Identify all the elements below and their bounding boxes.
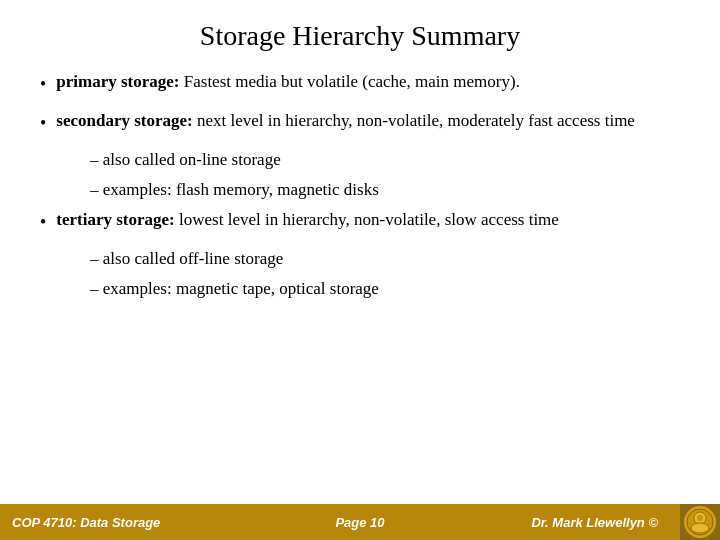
- bullet-list: • primary storage: Fastest media but vol…: [40, 70, 680, 494]
- footer-right: Dr. Mark Llewellyn ©: [531, 515, 658, 530]
- term-primary: primary storage:: [56, 72, 179, 91]
- slide-container: Storage Hierarchy Summary • primary stor…: [0, 0, 720, 540]
- bullet-item-primary: • primary storage: Fastest media but vol…: [40, 70, 680, 97]
- footer-center: Page 10: [335, 515, 384, 530]
- svg-point-2: [697, 515, 703, 521]
- footer-left: COP 4710: Data Storage: [12, 515, 160, 530]
- footer-logo: [680, 504, 720, 540]
- bullet-text-primary: primary storage: Fastest media but volat…: [56, 70, 680, 95]
- logo-icon: [684, 506, 716, 538]
- bullet-dot-primary: •: [40, 71, 46, 97]
- term-tertiary: tertiary storage:: [56, 210, 174, 229]
- slide-content: Storage Hierarchy Summary • primary stor…: [0, 0, 720, 504]
- secondary-subitem-2: – examples: flash memory, magnetic disks: [90, 178, 680, 202]
- tertiary-subitem-1: – also called off-line storage: [90, 247, 680, 271]
- tertiary-subitem-2: – examples: magnetic tape, optical stora…: [90, 277, 680, 301]
- bullet-dot-secondary: •: [40, 110, 46, 136]
- secondary-subitem-1: – also called on-line storage: [90, 148, 680, 172]
- text-secondary: next level in hierarchy, non-volatile, m…: [193, 111, 635, 130]
- bullet-item-secondary: • secondary storage: next level in hiera…: [40, 109, 680, 136]
- svg-point-3: [691, 523, 709, 533]
- bullet-dot-tertiary: •: [40, 209, 46, 235]
- slide-title: Storage Hierarchy Summary: [40, 20, 680, 52]
- bullet-item-tertiary: • tertiary storage: lowest level in hier…: [40, 208, 680, 235]
- text-primary: Fastest media but volatile (cache, main …: [180, 72, 520, 91]
- footer: COP 4710: Data Storage Page 10 Dr. Mark …: [0, 504, 720, 540]
- bullet-text-secondary: secondary storage: next level in hierarc…: [56, 109, 680, 134]
- bullet-text-tertiary: tertiary storage: lowest level in hierar…: [56, 208, 680, 233]
- term-secondary: secondary storage:: [56, 111, 192, 130]
- text-tertiary: lowest level in hierarchy, non-volatile,…: [175, 210, 559, 229]
